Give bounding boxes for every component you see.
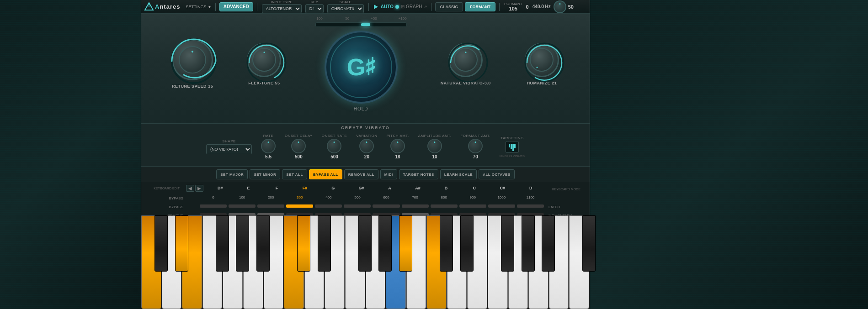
vibrato-pitch-amt-value: 18 — [395, 154, 400, 159]
vibrato-shape-select[interactable]: (NO VIBRATO) — [206, 144, 252, 154]
vibrato-formant-amt-knob[interactable] — [468, 139, 483, 153]
cents-11: 1100 — [516, 195, 545, 199]
black-key-10[interactable] — [440, 215, 453, 272]
remove-all-button[interactable]: REMOVE ALL — [344, 169, 378, 179]
target-notes-button[interactable]: TARGET NOTES — [399, 169, 438, 179]
vibrato-onset-delay-group: ONSET DELAY 500 — [285, 134, 313, 159]
black-key-11[interactable] — [460, 215, 474, 272]
black-key-12[interactable] — [501, 215, 514, 272]
learn-scale-button[interactable]: LEARN SCALE — [440, 169, 477, 179]
nav-left-arrow[interactable]: ◀ — [186, 185, 194, 192]
cents-1: 100 — [228, 195, 256, 199]
pitch-display[interactable]: G♯ — [325, 31, 398, 104]
humanize-knob-inner — [530, 48, 554, 72]
separator-4 — [431, 3, 431, 11]
flex-tune-knob[interactable] — [247, 43, 281, 77]
bypass-bar-7[interactable] — [401, 204, 430, 208]
bypass-bar-8[interactable] — [430, 204, 458, 208]
bypass-bar-4[interactable] — [314, 204, 343, 208]
vibrato-onset-delay-knob[interactable] — [291, 139, 306, 153]
vibrato-variation-knob[interactable] — [359, 139, 374, 153]
bypass-bar-1[interactable] — [228, 204, 256, 208]
cents-0: 0 — [199, 195, 228, 199]
input-type-select[interactable]: ALTO/TENOR — [262, 4, 302, 13]
retune-speed-knob[interactable] — [172, 39, 213, 80]
key-name-0: D# — [206, 186, 234, 190]
cents-container: 0 100 200 300 400 500 600 700 800 900 10… — [199, 195, 545, 199]
humanize-knob[interactable] — [525, 43, 559, 77]
bypass-bar-2[interactable] — [256, 204, 285, 208]
bypass-bar-9[interactable] — [458, 204, 487, 208]
black-key-0[interactable] — [154, 215, 168, 272]
black-key-13[interactable] — [522, 215, 535, 272]
black-key-6[interactable] — [318, 215, 331, 272]
pitch-meter — [315, 22, 407, 27]
nav-right-arrow[interactable]: ▶ — [195, 185, 203, 192]
vibrato-amplitude-amt-label: AMPLITUDE AMT. — [418, 134, 452, 138]
set-minor-button[interactable]: SET MINOR — [250, 169, 280, 179]
latch-label: LATCH — [548, 205, 560, 209]
black-key-8[interactable] — [378, 215, 392, 272]
cents-3: 300 — [285, 195, 314, 199]
black-key-9[interactable] — [399, 215, 412, 272]
humanize-group: HUMANIZE 21 — [525, 43, 559, 85]
black-key-1[interactable] — [175, 215, 188, 272]
black-key-5[interactable] — [297, 215, 310, 272]
key-names-container: D# E F F# G G# A A# B C C# D — [206, 186, 545, 190]
cents-9: 900 — [458, 195, 487, 199]
logo-icon — [144, 2, 154, 12]
ignores-vibrato-label: IGNORES VIBRATO — [500, 155, 525, 157]
vibrato-amplitude-amt-knob[interactable] — [427, 139, 442, 153]
bg-right-panel — [590, 0, 868, 309]
black-key-2[interactable] — [216, 215, 229, 272]
scale-label: SCALE — [340, 0, 351, 4]
pitch-range-low: -100 — [315, 16, 323, 21]
bypass-bar-0[interactable] — [199, 204, 228, 208]
vibrato-formant-amt-group: FORMANT AMT. 70 — [460, 134, 490, 159]
piano-area — [141, 215, 590, 309]
logo-text: Antares — [155, 3, 180, 10]
advanced-button[interactable]: ADVANCED — [219, 2, 253, 11]
bypass-bar-6[interactable] — [372, 204, 400, 208]
vibrato-formant-amt-label: FORMANT AMT. — [460, 134, 490, 138]
black-key-7[interactable] — [358, 215, 372, 272]
top-knob[interactable] — [554, 0, 566, 13]
cents-4: 400 — [314, 195, 343, 199]
midi-button[interactable]: MIDI — [380, 169, 397, 179]
cents-label: BYPASS — [169, 196, 183, 200]
black-key-15[interactable] — [582, 215, 596, 272]
t-bar-2 — [511, 144, 512, 149]
settings-button[interactable]: SETTINGS ▼ — [186, 5, 211, 9]
bypass-bar-10[interactable] — [487, 204, 516, 208]
cents-10: 1000 — [487, 195, 516, 199]
all-octaves-button[interactable]: ALL OCTAVES — [479, 169, 515, 179]
key-select[interactable]: D# — [305, 4, 324, 13]
top-knob-dot — [559, 3, 560, 5]
black-key-3[interactable] — [236, 215, 249, 272]
bypass-bar-5[interactable] — [343, 204, 372, 208]
black-key-14[interactable] — [542, 215, 555, 272]
vibrato-pitch-amt-knob[interactable] — [390, 139, 405, 153]
vibrato-pitch-amt-group: PITCH AMT. 18 — [387, 134, 409, 159]
formant-button[interactable]: FORMANT — [465, 2, 495, 11]
vibrato-onset-rate-knob[interactable] — [327, 139, 341, 153]
vibrato-variation-label: VARIATION — [356, 134, 377, 138]
bypass-bar-11[interactable] — [516, 204, 545, 208]
black-key-4[interactable] — [256, 215, 270, 272]
svg-marker-2 — [374, 5, 378, 9]
key-name-2: F — [263, 186, 291, 190]
graph-button[interactable]: ⊞ GRAPH ↗ — [401, 4, 427, 9]
keyboard-mode-label: KEYBOARD MODE — [548, 188, 580, 191]
scale-select[interactable]: CHROMATIC — [327, 4, 364, 13]
classic-button[interactable]: CLASSIC — [435, 2, 463, 11]
auto-button[interactable]: AUTO — [373, 4, 399, 10]
vibrato-rate-knob[interactable] — [261, 139, 276, 153]
set-all-button[interactable]: SET ALL — [282, 169, 307, 179]
natural-vibrato-knob[interactable] — [448, 43, 483, 77]
set-major-button[interactable]: SET MAJOR — [216, 169, 248, 179]
vibrato-onset-delay-value: 500 — [295, 154, 303, 159]
bypass-all-button[interactable]: BYPASS ALL — [309, 169, 342, 179]
key-name-10: C# — [489, 186, 517, 190]
bypass-bar-3[interactable] — [285, 204, 314, 208]
targeting-bars — [509, 144, 516, 151]
